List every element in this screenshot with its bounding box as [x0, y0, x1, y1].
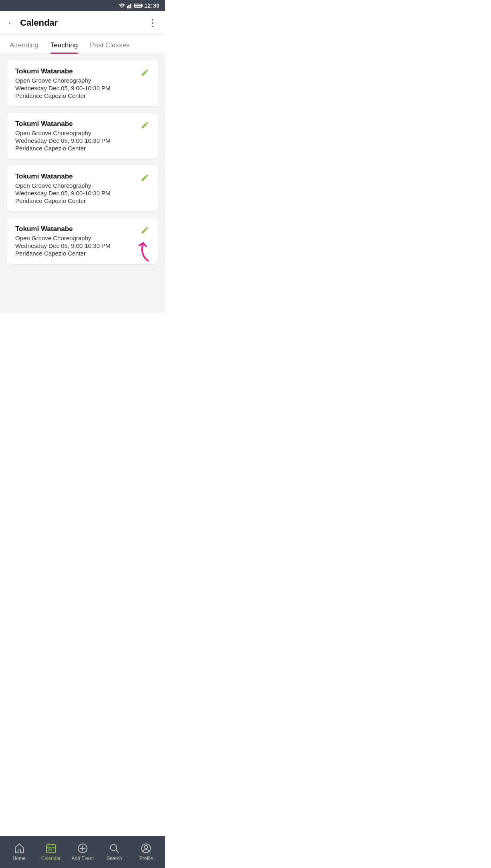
status-icons: [119, 3, 142, 8]
card-name: Tokumi Watanabe: [15, 67, 139, 75]
header: ← Calendar ⋮: [0, 11, 165, 35]
content-area: Tokumi Watanabe Open Groove Choreography…: [0, 54, 165, 313]
edit-button[interactable]: [139, 67, 151, 78]
card-location: Peridance Capezio Center: [15, 92, 139, 99]
class-card-annotated: Tokumi Watanabe Open Groove Choreography…: [7, 218, 158, 264]
card-class: Open Groove Choreography: [15, 235, 139, 241]
card-info: Tokumi Watanabe Open Groove Choreography…: [15, 172, 139, 204]
card-info: Tokumi Watanabe Open Groove Choreography…: [15, 67, 139, 99]
pencil-icon: [140, 173, 149, 182]
pencil-icon: [140, 226, 149, 235]
nav-spacer: [7, 270, 158, 306]
tab-past-classes[interactable]: Past Classes: [90, 41, 130, 53]
card-location: Peridance Capezio Center: [15, 145, 139, 152]
card-info: Tokumi Watanabe Open Groove Choreography…: [15, 120, 139, 152]
signal-icon: [127, 3, 132, 8]
svg-rect-3: [130, 4, 131, 8]
pencil-icon: [140, 121, 149, 130]
header-left: ← Calendar: [7, 18, 58, 28]
edit-button[interactable]: [139, 172, 151, 183]
status-bar: 12:30: [0, 0, 165, 11]
card-class: Open Groove Choreography: [15, 182, 139, 189]
more-options-button[interactable]: ⋮: [148, 18, 158, 28]
battery-icon: [134, 4, 142, 8]
card-time: Wednesday Dec 05, 9:00-10:30 PM: [15, 190, 139, 197]
edit-button[interactable]: [139, 120, 151, 130]
card-time: Wednesday Dec 05, 9:00-10:30 PM: [15, 137, 139, 144]
svg-rect-1: [127, 6, 128, 8]
class-card: Tokumi Watanabe Open Groove Choreography…: [7, 60, 158, 106]
card-class: Open Groove Choreography: [15, 77, 139, 84]
class-card: Tokumi Watanabe Open Groove Choreography…: [7, 165, 158, 211]
card-name: Tokumi Watanabe: [15, 120, 139, 128]
tab-attending[interactable]: Attending: [10, 41, 39, 53]
card-name: Tokumi Watanabe: [15, 172, 139, 180]
wifi-icon: [119, 3, 125, 8]
svg-rect-2: [128, 5, 130, 8]
edit-button[interactable]: [139, 225, 151, 235]
card-time: Wednesday Dec 05, 9:00-10:30 PM: [15, 242, 139, 249]
page-title: Calendar: [20, 18, 58, 28]
tab-teaching[interactable]: Teaching: [51, 41, 78, 53]
card-info: Tokumi Watanabe Open Groove Choreography…: [15, 225, 139, 257]
card-location: Peridance Capezio Center: [15, 197, 139, 204]
card-time: Wednesday Dec 05, 9:00-10:30 PM: [15, 85, 139, 91]
svg-rect-4: [132, 3, 132, 8]
status-time: 12:30: [144, 2, 160, 9]
back-button[interactable]: ←: [7, 18, 16, 27]
pencil-icon: [140, 68, 149, 77]
tabs-bar: Attending Teaching Past Classes: [0, 35, 165, 54]
svg-point-0: [121, 7, 122, 8]
card-location: Peridance Capezio Center: [15, 250, 139, 257]
class-card: Tokumi Watanabe Open Groove Choreography…: [7, 113, 158, 159]
card-name: Tokumi Watanabe: [15, 225, 139, 233]
card-class: Open Groove Choreography: [15, 130, 139, 136]
